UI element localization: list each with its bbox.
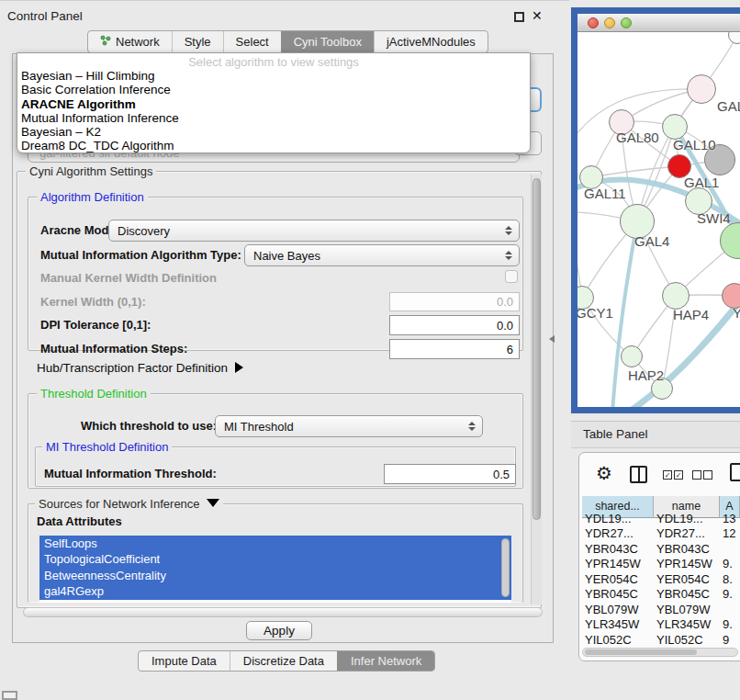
table-horizontal-scrollbar[interactable] (582, 648, 738, 657)
table-row[interactable]: YBR043CYBR043C (582, 542, 740, 558)
tab-impute-data[interactable]: Impute Data (139, 651, 230, 671)
close-window-button[interactable] (588, 17, 599, 28)
network-window-titlebar[interactable] (577, 14, 740, 32)
tab-jactivemnodules[interactable]: jActiveMNodules (374, 31, 488, 52)
dropdown-option-bayesian-hill[interactable]: Bayesian – Hill Climbing (17, 69, 530, 83)
mi-threshold-label: Mutual Information Threshold: (44, 467, 217, 480)
export-table-icon[interactable] (730, 463, 740, 481)
tab-infer-network[interactable]: Infer Network (337, 651, 434, 671)
aracne-mode-value: Discovery (118, 224, 505, 238)
cell: 9 (720, 633, 740, 646)
node-label-hap4: HAP4 (673, 307, 709, 322)
float-window-icon[interactable] (514, 12, 524, 22)
node-hap4[interactable] (662, 282, 690, 310)
dropdown-option-mutual-information[interactable]: Mutual Information Inference (17, 111, 530, 125)
cell: 9. (720, 587, 740, 603)
settings-scrollbar[interactable] (531, 175, 542, 604)
combobox-arrows-icon (505, 251, 512, 260)
expand-right-icon (235, 362, 243, 373)
dpi-tolerance-label: DPI Tolerance [0,1]: (40, 318, 151, 332)
dropdown-option-dream8[interactable]: Dream8 DC_TDC Algorithm (17, 139, 530, 152)
sources-toggle[interactable]: Sources for Network Inference (35, 497, 223, 511)
select-all-checkbox-icon[interactable]: ✓ (663, 470, 672, 480)
split-pane-collapse-icon[interactable] (549, 335, 555, 343)
panel-top-divider (0, 0, 569, 1)
control-panel-tabs: Network Style Select Cyni Toolbox jActiv… (87, 30, 488, 53)
table-scrollbar-thumb[interactable] (585, 649, 697, 655)
node-label-y-partial: Y (733, 305, 740, 321)
combobox-arrows-icon (505, 226, 512, 235)
mi-steps-field[interactable]: 6 (389, 339, 520, 359)
which-threshold-combobox[interactable]: MI Threshold (215, 415, 483, 437)
mi-steps-value: 6 (507, 343, 513, 356)
dropdown-option-bayesian-k2[interactable]: Bayesian – K2 (17, 125, 530, 139)
kernel-width-label: Kernel Width (0,1): (40, 295, 146, 309)
list-item-betweennesscentrality[interactable]: BetweennessCentrality (39, 568, 511, 583)
cell: YDL19... (654, 512, 720, 527)
tab-network[interactable]: Network (88, 31, 172, 52)
dropdown-option-basic-correlation[interactable]: Basic Correlation Inference (17, 83, 530, 96)
settings-horizontal-scrollbar[interactable] (23, 607, 543, 617)
show-columns-icon[interactable] (630, 466, 647, 483)
attributes-list-scrollbar[interactable] (501, 538, 510, 597)
settings-group-title: Cyni Algorithm Settings (26, 164, 156, 178)
mi-type-label: Mutual Information Algorithm Type: (40, 248, 241, 262)
list-item-selfloops[interactable]: SelfLoops (39, 536, 511, 551)
cell: 8. (720, 572, 740, 588)
dpi-tolerance-value: 0.0 (497, 319, 513, 333)
zoom-window-button[interactable] (621, 17, 632, 28)
aracne-mode-combobox[interactable]: Discovery (108, 220, 520, 242)
dropdown-option-aracne[interactable]: ARACNE Algorithm (17, 97, 530, 111)
mi-type-combobox[interactable]: Naive Bayes (244, 244, 520, 266)
node-table: shared... name A YDL19...YDL19...13 YDR2… (582, 496, 740, 645)
list-item-gal4rgexp[interactable]: gal4RGexp (39, 583, 511, 599)
tab-discretize-data[interactable]: Discretize Data (230, 651, 337, 671)
kernel-width-field[interactable]: 0.0 (389, 292, 520, 311)
threshold-definition-title: Threshold Definition (37, 387, 151, 401)
network-canvas[interactable]: GAL GAL80 GAL10 GAL1 GAL11 SWI4 GAL4 GCY… (577, 32, 740, 407)
tab-network-label: Network (116, 31, 160, 52)
manual-kernel-checkbox[interactable] (505, 270, 518, 283)
list-item-topologicalcoefficient[interactable]: TopologicalCoefficient (39, 551, 511, 567)
deselect-all-checkbox-icon[interactable] (692, 470, 701, 480)
node-label-swi4: SWI4 (697, 210, 731, 226)
node-pink-top[interactable] (687, 74, 716, 104)
deselect-all-checkbox-icon[interactable] (703, 470, 712, 480)
cell: YLR345W (582, 617, 654, 633)
table-row[interactable]: YDR27...YDR27...12 (582, 526, 740, 542)
cell: YER054C (654, 572, 720, 588)
tab-style[interactable]: Style (172, 31, 223, 52)
data-attributes-label: Data Attributes (37, 514, 122, 528)
app-root: Control Panel ✕ Network Style Select Cyn… (0, 0, 740, 700)
table-row[interactable]: YBL079WYBL079W (582, 603, 740, 618)
data-attributes-list: SelfLoops TopologicalCoefficient Between… (39, 536, 511, 603)
which-threshold-value: MI Threshold (224, 420, 468, 434)
minimize-window-button[interactable] (604, 17, 615, 28)
cell: YDR27... (582, 526, 654, 542)
settings-scrollbar-thumb[interactable] (533, 178, 541, 520)
tab-select[interactable]: Select (223, 31, 281, 52)
table-row[interactable]: YER054CYER054C8. (582, 572, 740, 588)
table-row[interactable]: YIL052CYIL052C9 (582, 633, 740, 646)
dpi-tolerance-field[interactable]: 0.0 (389, 315, 520, 335)
cell: 9. (720, 617, 740, 633)
node-label-gal11: GAL11 (584, 186, 626, 201)
table-row[interactable]: YBR045CYBR045C9. (582, 587, 740, 603)
node-hap2[interactable] (621, 345, 643, 367)
tab-cyni-toolbox[interactable]: Cyni Toolbox (281, 31, 374, 52)
select-all-checkbox-icon[interactable]: ✓ (674, 470, 683, 480)
node-gal10[interactable] (662, 114, 688, 140)
table-row[interactable]: YPR145WYPR145W9. (582, 557, 740, 572)
mi-threshold-field[interactable]: 0.5 (384, 464, 516, 484)
node-label-gal4: GAL4 (634, 233, 669, 249)
close-icon[interactable]: ✕ (532, 8, 543, 23)
dock-panel-icon[interactable] (2, 691, 17, 700)
table-panel-title: Table Panel (583, 427, 648, 441)
apply-button[interactable]: Apply (246, 621, 312, 640)
settings-gear-icon[interactable]: ⚙ (596, 463, 612, 483)
hub-section-toggle[interactable]: Hub/Transcription Factor Definition (37, 361, 243, 375)
mi-threshold-value: 0.5 (493, 468, 510, 481)
table-row[interactable]: YLR345WYLR345W9. (582, 617, 740, 633)
algorithm-dropdown-list: Select algorithm to view settings Bayesi… (17, 52, 531, 153)
table-row[interactable]: YDL19...YDL19...13 (582, 512, 740, 527)
